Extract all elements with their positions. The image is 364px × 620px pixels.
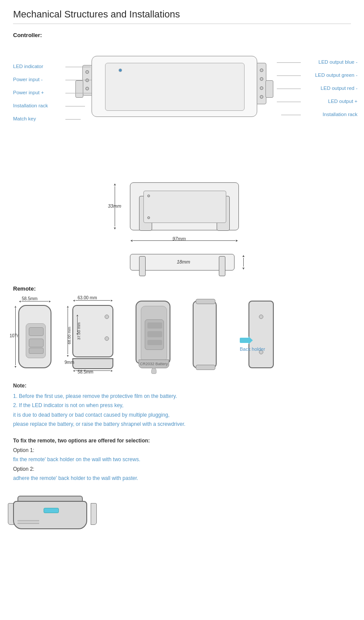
line-led-red	[277, 89, 301, 89]
back-holder-label: Back holder	[240, 346, 265, 352]
remote-holder-body	[248, 301, 274, 368]
top-view-diagram: ▲ ▼ 33mm ◄ ► 97mm	[108, 174, 256, 243]
note-item-3: it is due to dead battery or bad contact…	[13, 411, 351, 420]
line-inst-rack-left	[65, 106, 85, 106]
remote-btn-1[interactable]	[29, 327, 44, 336]
btn-b[interactable]	[147, 331, 162, 337]
line-led-blue	[277, 62, 301, 63]
label-led-output-pos: LED output +	[328, 99, 357, 104]
label-led-indicator: LED indicator	[13, 64, 43, 69]
vent-1	[17, 523, 39, 524]
battery-label: CR2032 Battery	[140, 362, 168, 366]
remote-label: Remote:	[13, 285, 351, 292]
dimension-diagrams: ▲ ▼ 33mm ◄ ► 97mm	[13, 174, 351, 277]
label-installation-rack-right: Installation rack	[323, 112, 357, 117]
label-power-input-pos: Power input +	[13, 90, 44, 95]
dim-dot-bl	[147, 216, 150, 219]
dim-tab-right	[219, 256, 225, 276]
back-holder-arrow-indicator	[240, 338, 249, 343]
option1-text: fix the remote' back holder on the wall …	[13, 455, 351, 465]
dim-dot-tl	[147, 195, 150, 197]
remote-top-height-label: 68.00 mm	[67, 327, 71, 344]
conn-dot-r2	[260, 77, 263, 81]
remote-width-label: 58.5mm	[22, 296, 37, 301]
led-dot	[119, 69, 122, 72]
remote-depth-label: 9mm	[65, 360, 74, 365]
remote-holder-view: Back holder	[236, 296, 280, 373]
holder-screw-1	[259, 315, 263, 319]
remote-bottom-body	[13, 501, 87, 529]
controller-box	[92, 56, 257, 117]
bottom-remote-illustration	[13, 492, 92, 536]
label-led-output-green: LED output green -	[315, 72, 357, 78]
dim-18mm-label: 18mm	[177, 259, 191, 264]
conn-dot-r3	[260, 86, 263, 90]
controller-label: Controller:	[13, 32, 351, 38]
remote-inner-height-label: 37.00 mm	[77, 322, 81, 340]
screw-1	[105, 315, 109, 319]
dim-main-rect	[130, 182, 239, 230]
line-match-key	[65, 119, 81, 120]
dim-33mm-label: 33mm	[108, 203, 122, 209]
conn-dot-r1	[260, 69, 263, 72]
remote-section: Remote: ◄ ► 58.5mm ▲ ▼ 107mm	[13, 285, 351, 536]
remote-3d-view: CR2032 Battery	[129, 296, 177, 373]
remote-front-body	[18, 305, 51, 368]
remote-3d-front	[141, 306, 167, 360]
line-led-pos	[277, 102, 301, 102]
label-match-key: Match key	[13, 116, 36, 121]
dim-97mm-label: 97mm	[173, 236, 186, 241]
remote-diagrams: ◄ ► 58.5mm ▲ ▼ 107mm	[13, 296, 351, 373]
note-title: Note:	[13, 381, 351, 391]
side-bumper-bottom	[196, 365, 215, 370]
remote-button-area	[26, 323, 46, 358]
remote-3d-body	[136, 301, 170, 364]
line-inst-rack-right	[281, 115, 301, 115]
dim-18mm-arrow: ▲ ▼	[242, 254, 245, 271]
vent-2	[17, 520, 39, 521]
line-led-indicator	[65, 67, 91, 67]
controller-display	[105, 63, 245, 111]
remote-ball	[151, 368, 156, 374]
side-view-diagram: ▲ ▼ 18mm	[117, 250, 248, 277]
remote-front-view: ◄ ► 58.5mm ▲ ▼ 107mm	[13, 296, 57, 373]
dim-inner-rect	[143, 191, 226, 223]
remote-side-body	[193, 301, 217, 368]
bracket-right	[265, 80, 273, 98]
controller-section: Controller: LED indicator Power input - …	[13, 32, 351, 277]
remote-top-bottom	[72, 358, 113, 369]
controller-diagram: LED indicator Power input - Power input …	[13, 43, 357, 169]
conn-dot-1	[85, 70, 89, 74]
strap-right	[91, 503, 97, 525]
option2-text: adhere the remote' back holder to the wa…	[13, 474, 351, 483]
remote-btn-3[interactable]	[29, 348, 44, 354]
line-power-neg	[65, 80, 92, 80]
bracket-left	[75, 80, 83, 98]
remote-3d-btns	[145, 319, 164, 350]
remote-top-width-label: 63.00 mm	[78, 295, 97, 300]
fix-title: To fix the remote, two options are offer…	[13, 438, 150, 444]
remote-top-view: ◄ ► 63.00 mm ▲ ▼ 68.00 mm ▲ ▼	[65, 296, 121, 373]
option1-label: Option 1:	[13, 446, 351, 456]
label-led-output-blue: LED output blue -	[318, 59, 357, 65]
conn-dot-r4	[260, 95, 263, 99]
page-title: Mechanical Structures and Installations	[13, 9, 351, 24]
line-power-pos	[65, 93, 92, 93]
remote-bottom-width-label: 58.5mm	[78, 370, 93, 374]
side-bumper-top	[196, 299, 215, 304]
dim-tab-left	[139, 256, 146, 276]
remote-btn-2[interactable]	[29, 339, 44, 347]
label-power-input-neg: Power input -	[13, 77, 43, 82]
label-installation-rack-left: Installation rack	[13, 103, 48, 108]
conn-dot-3	[85, 87, 89, 90]
btn-a[interactable]	[147, 322, 162, 329]
note-item-2: 2. If the LED indicator is not on when p…	[13, 401, 351, 411]
right-connector	[257, 63, 266, 104]
remote-bottom-btn[interactable]	[44, 508, 59, 513]
left-connector	[82, 65, 92, 96]
line-led-green	[277, 75, 301, 76]
note-item-1: 1. Before the first use, please remove t…	[13, 392, 351, 401]
screw-2	[105, 336, 109, 341]
label-led-output-red: LED output red -	[321, 86, 357, 91]
btn-c[interactable]	[147, 340, 162, 345]
